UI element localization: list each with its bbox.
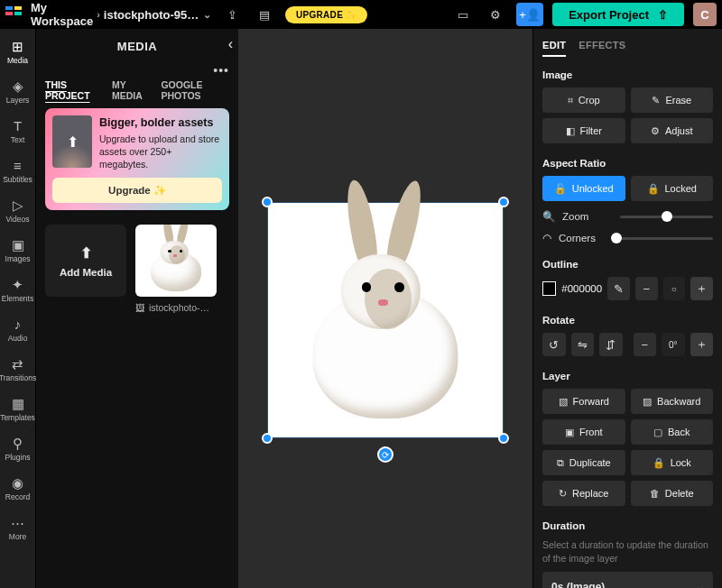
outline-increase[interactable]: ＋ (690, 277, 713, 300)
settings-icon[interactable]: ⚙ (484, 3, 507, 26)
promo-title: Bigger, bolder assets (99, 115, 222, 131)
zoom-icon: 🔍 (542, 210, 555, 223)
duplicate-button[interactable]: ⧉Duplicate (542, 450, 625, 475)
rail-templates[interactable]: ▦Templates (0, 391, 36, 429)
zoom-slider[interactable] (620, 216, 713, 218)
canvas[interactable]: ⟳ (238, 29, 532, 588)
forward-button[interactable]: ▧Forward (542, 389, 625, 414)
subtitles-icon: ≡ (14, 159, 22, 172)
plugins-icon: ⚲ (13, 436, 23, 450)
more-icon: ⋯ (11, 516, 24, 529)
rail-images[interactable]: ▣Images (0, 233, 36, 271)
rail-subtitles[interactable]: ≡Subtitles (0, 153, 36, 191)
resize-handle-bl[interactable] (262, 433, 273, 444)
invite-button[interactable]: +👤 (516, 3, 543, 26)
duration-select[interactable]: 0s (Image) ⌄ (542, 572, 713, 588)
tab-google-photos[interactable]: GOOGLE PHOTOS (161, 79, 229, 101)
rail-videos[interactable]: ▷Videos (0, 193, 36, 231)
rotate-ccw-button[interactable]: ↺ (542, 333, 566, 356)
share-icon[interactable]: ⇪ (220, 3, 244, 26)
bunny-image (268, 203, 503, 437)
outline-decrease[interactable]: − (635, 277, 658, 300)
corners-slider[interactable] (616, 237, 713, 240)
app-logo[interactable] (5, 6, 22, 23)
section-image: Image (542, 69, 713, 80)
chevron-down-icon: ⌄ (695, 581, 704, 588)
resize-handle-br[interactable] (498, 433, 509, 444)
replace-icon: ↻ (559, 488, 567, 500)
notes-icon[interactable]: ▤ (253, 3, 276, 26)
add-media-button[interactable]: ⬆ Add Media (45, 225, 126, 297)
layers-icon: ◈ (13, 79, 23, 93)
media-icon: ⊞ (12, 40, 23, 53)
section-duration: Duration (542, 520, 713, 531)
upload-icon: ⬆ (80, 244, 92, 262)
text-icon: T (14, 119, 22, 133)
comment-icon[interactable]: ▭ (451, 3, 475, 26)
upload-icon: ⬆ (52, 115, 92, 168)
delete-button[interactable]: 🗑Delete (631, 481, 714, 506)
video-icon: ▷ (13, 198, 23, 212)
tab-effects[interactable]: EFFECTS (579, 40, 625, 57)
outline-color-swatch[interactable] (542, 281, 556, 296)
angle-decrease[interactable]: − (634, 333, 657, 356)
resize-handle-tl[interactable] (262, 197, 273, 207)
duration-value: 0s (Image) (551, 581, 605, 588)
locked-button[interactable]: 🔒Locked (631, 176, 714, 201)
rail-elements[interactable]: ✦Elements (0, 272, 36, 310)
promo-upgrade-button[interactable]: Upgrade ✨ (52, 178, 222, 203)
erase-button[interactable]: ✎Erase (631, 87, 714, 113)
rail-layers[interactable]: ◈Layers (0, 74, 36, 112)
adjust-icon: ⚙ (651, 125, 660, 137)
duplicate-icon: ⧉ (557, 457, 564, 469)
asset-name: 🖼 istockphoto-… (135, 302, 217, 313)
rail-more[interactable]: ⋯More (0, 510, 36, 548)
media-tabs: THIS PROJECT MY MEDIA GOOGLE PHOTOS (45, 79, 229, 108)
rail-text[interactable]: TText (0, 114, 36, 152)
flip-v-button[interactable]: ⇵ (599, 333, 623, 356)
selected-image[interactable]: ⟳ (268, 203, 503, 437)
panel-menu-icon[interactable]: ••• (213, 63, 229, 78)
breadcrumb[interactable]: My Workspace › istockphoto-95986660… ⌄ (31, 1, 211, 28)
filter-button[interactable]: ◧Filter (542, 118, 625, 143)
export-label: Export Project (569, 8, 649, 22)
rail-media[interactable]: ⊞Media (0, 34, 36, 72)
tab-this-project[interactable]: THIS PROJECT (45, 79, 101, 101)
rail-transitions[interactable]: ⇄Transitions (0, 352, 36, 390)
export-icon: ⇧ (658, 8, 668, 22)
upgrade-button[interactable]: UPGRADE ✨ (285, 6, 367, 23)
eyedropper-icon[interactable]: ✎ (607, 277, 630, 300)
crop-icon: ⌗ (568, 95, 573, 106)
chevron-down-icon[interactable]: ⌄ (203, 9, 211, 21)
rail-record[interactable]: ◉Record (0, 471, 36, 509)
adjust-button[interactable]: ⚙Adjust (631, 118, 714, 143)
corners-label: Corners (559, 233, 609, 243)
audio-icon: ♪ (14, 317, 22, 331)
export-button[interactable]: Export Project ⇧ (552, 3, 684, 26)
unlocked-button[interactable]: 🔓Unlocked (542, 176, 625, 201)
back-icon: ▢ (653, 427, 662, 438)
avatar[interactable]: C (693, 3, 717, 26)
media-panel: MEDIA ‹ ••• THIS PROJECT MY MEDIA GOOGLE… (36, 29, 238, 588)
asset-thumbnail[interactable] (135, 225, 217, 297)
tab-edit[interactable]: EDIT (542, 40, 566, 57)
elements-icon: ✦ (12, 278, 23, 291)
rotate-handle[interactable]: ⟳ (377, 446, 393, 463)
unlock-icon: 🔓 (554, 183, 567, 195)
resize-handle-tr[interactable] (498, 197, 509, 207)
lock-button[interactable]: 🔒Lock (631, 450, 714, 475)
rail-audio[interactable]: ♪Audio (0, 312, 36, 350)
collapse-panel-icon[interactable]: ‹ (228, 36, 233, 52)
left-rail: ⊞Media ◈Layers TText ≡Subtitles ▷Videos … (0, 29, 36, 588)
angle-increase[interactable]: ＋ (690, 333, 714, 356)
tab-my-media[interactable]: MY MEDIA (112, 79, 150, 101)
crop-button[interactable]: ⌗Crop (542, 87, 625, 113)
replace-button[interactable]: ↻Replace (542, 481, 625, 506)
rail-plugins[interactable]: ⚲Plugins (0, 431, 36, 469)
front-button[interactable]: ▣Front (542, 419, 625, 445)
erase-icon: ✎ (652, 95, 660, 106)
flip-h-button[interactable]: ⇋ (571, 333, 595, 356)
forward-icon: ▧ (559, 396, 568, 408)
back-button[interactable]: ▢Back (631, 419, 714, 445)
backward-button[interactable]: ▨Backward (631, 389, 714, 414)
